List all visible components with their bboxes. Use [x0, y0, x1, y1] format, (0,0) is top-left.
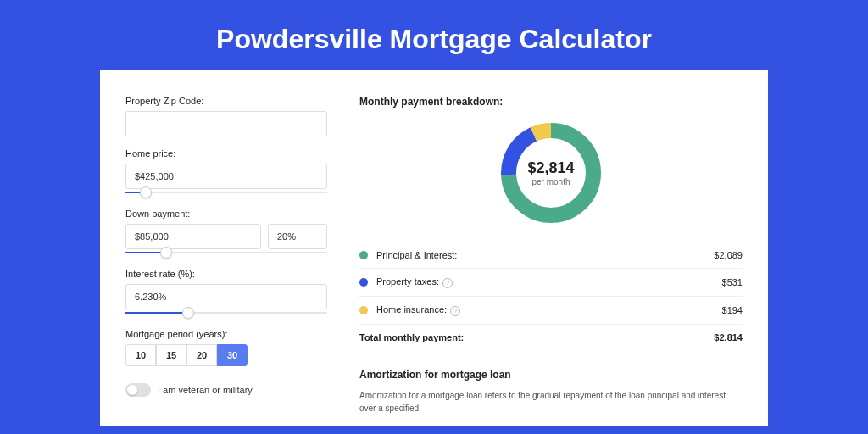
amortization-title: Amortization for mortgage loan [359, 369, 743, 381]
legend-dot [359, 278, 368, 287]
legend-value: $194 [722, 305, 743, 315]
amortization-section: Amortization for mortgage loan Amortizat… [359, 369, 743, 415]
slider-thumb[interactable] [182, 307, 194, 319]
legend-row: Home insurance:?$194 [359, 297, 743, 325]
breakdown-title: Monthly payment breakdown: [359, 96, 743, 108]
down-payment-label: Down payment: [125, 209, 327, 219]
slider-fill [125, 312, 188, 314]
donut-chart-wrap: $2,814 per month [359, 120, 743, 226]
info-icon[interactable]: ? [450, 306, 460, 316]
form-panel: Property Zip Code: Home price: Down paym… [125, 96, 327, 426]
legend-label: Home insurance:? [376, 304, 722, 316]
info-icon[interactable]: ? [442, 278, 453, 288]
down-payment-slider[interactable] [125, 248, 327, 257]
slider-thumb[interactable] [140, 186, 152, 198]
home-price-slider[interactable] [125, 188, 327, 197]
home-price-field: Home price: [125, 148, 327, 197]
period-field: Mortgage period (years): 10152030 [125, 329, 327, 366]
veteran-label: I am veteran or military [158, 385, 253, 395]
legend-row: Property taxes:?$531 [359, 269, 743, 297]
home-price-label: Home price: [125, 148, 327, 159]
zip-input[interactable] [125, 111, 327, 136]
interest-rate-input[interactable] [125, 284, 327, 309]
legend-label: Property taxes:? [376, 276, 722, 288]
donut-chart: $2,814 per month [498, 120, 604, 226]
down-payment-field: Down payment: [125, 209, 327, 257]
legend-dot [359, 306, 368, 314]
donut-value: $2,814 [527, 159, 574, 177]
legend: Principal & Interest:$2,089Property taxe… [359, 242, 743, 350]
legend-value: $2,089 [714, 250, 743, 260]
legend-row: Principal & Interest:$2,089 [359, 242, 743, 269]
period-label: Mortgage period (years): [125, 329, 327, 339]
period-button-group: 10152030 [125, 344, 327, 366]
home-price-input[interactable] [125, 164, 327, 189]
period-button-30[interactable]: 30 [217, 344, 248, 366]
total-value: $2,814 [714, 332, 743, 342]
period-button-10[interactable]: 10 [125, 344, 156, 366]
interest-rate-label: Interest rate (%): [125, 269, 327, 279]
zip-label: Property Zip Code: [125, 96, 327, 106]
calculator-card: Property Zip Code: Home price: Down paym… [100, 70, 768, 426]
donut-center: $2,814 per month [498, 120, 604, 226]
down-payment-amount-input[interactable] [125, 224, 261, 249]
period-button-15[interactable]: 15 [156, 344, 186, 366]
veteran-row: I am veteran or military [125, 383, 327, 397]
breakdown-panel: Monthly payment breakdown: $2,814 per mo… [353, 96, 743, 426]
amortization-body: Amortization for a mortgage loan refers … [359, 389, 743, 415]
zip-field: Property Zip Code: [125, 96, 327, 136]
down-payment-pct-input[interactable] [268, 224, 327, 249]
page-title: Powdersville Mortgage Calculator [0, 0, 868, 70]
legend-value: $531 [722, 277, 743, 287]
interest-rate-field: Interest rate (%): [125, 269, 327, 317]
veteran-toggle[interactable] [125, 383, 151, 397]
donut-sub: per month [531, 177, 570, 186]
slider-thumb[interactable] [160, 247, 172, 259]
legend-dot [359, 251, 368, 259]
period-button-20[interactable]: 20 [186, 344, 217, 366]
interest-rate-slider[interactable] [125, 309, 327, 317]
legend-total-row: Total monthly payment:$2,814 [359, 325, 743, 350]
legend-label: Principal & Interest: [376, 250, 714, 260]
total-label: Total monthly payment: [359, 332, 714, 342]
